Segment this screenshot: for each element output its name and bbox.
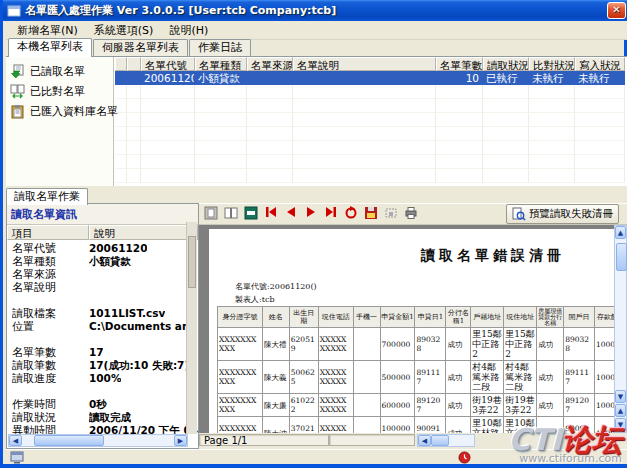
scroll-thumb[interactable] (188, 236, 196, 288)
sidebar-item[interactable]: 已讀取名單 (6, 61, 113, 81)
scroll-thumb[interactable] (34, 435, 104, 446)
report-column-header: 申貸日1 (415, 307, 446, 328)
info-row: 位置C:\Documents and Settings (7, 320, 198, 333)
scroll-thumb[interactable] (616, 243, 627, 271)
tab-local-list[interactable]: 本機名單列表 (8, 38, 92, 57)
menu-item-system-options[interactable]: 系統選項(S) (87, 22, 161, 39)
list-row-empty[interactable] (115, 169, 627, 183)
report-page: 讀取名單錯誤清冊 名單代號:20061120() 製表人:tcb 身分證字號姓名… (209, 229, 615, 433)
first-page-icon[interactable] (263, 205, 281, 223)
menu-item-help[interactable]: 說明(H) (162, 22, 215, 39)
list-column-header[interactable]: 寫入狀況 (575, 57, 625, 71)
report-cell: 890328 (564, 328, 595, 361)
list-row-empty[interactable] (115, 155, 627, 169)
list-column-header[interactable]: 名單說明 (293, 57, 436, 71)
list-column-header[interactable] (127, 57, 141, 71)
preview-vertical-scrollbar[interactable]: ▲ ▼ ▲ ▼ (614, 225, 627, 433)
scroll-down-icon[interactable]: ▼ (615, 390, 626, 403)
print-setup-icon[interactable] (383, 205, 401, 223)
list-row-empty[interactable] (115, 141, 627, 155)
report-cell: XXXXXXXXXX (318, 328, 353, 361)
import-db-icon (10, 104, 26, 119)
refresh-icon[interactable] (343, 205, 361, 223)
list-row-empty[interactable] (115, 99, 627, 113)
report-cell: 620519 (289, 328, 318, 361)
info-label: 名單筆數 (7, 346, 89, 359)
list-column-header[interactable]: 名單種類 (195, 57, 247, 71)
info-row (7, 333, 198, 346)
scroll-thumb[interactable] (431, 435, 449, 446)
info-row: 讀取狀況讀取完成 (7, 411, 198, 424)
report-cell: 100000 (595, 394, 615, 417)
report-cell: 成功 (446, 394, 471, 417)
page-down-icon[interactable]: ▼ (615, 418, 626, 431)
list-row-selected[interactable]: 20061120小額貸款10已執行未執行未執行 (115, 71, 627, 85)
report-cell: 600000 (380, 394, 415, 417)
info-horizontal-scrollbar[interactable]: ◀ ▶ (8, 434, 188, 447)
report-cell: 900919 (564, 417, 595, 434)
tab-job-log[interactable]: 作業日誌 (189, 39, 251, 56)
zoom-100-icon[interactable] (243, 205, 261, 223)
page-up-icon[interactable]: ▲ (615, 404, 626, 417)
info-row: 讀取筆數17(成功:10 失敗:7) (7, 359, 198, 372)
report-cell: 610222 (289, 394, 318, 417)
preview-fail-list-button[interactable]: 預覽讀取失敗清冊 (506, 204, 619, 224)
info-label: 名單說明 (7, 281, 89, 294)
info-vertical-scrollbar[interactable] (186, 222, 197, 434)
next-page-icon[interactable] (303, 205, 321, 223)
tab-read-list-job[interactable]: 讀取名單作業 (6, 188, 88, 205)
whole-page-icon[interactable] (203, 205, 221, 223)
read-info-panel: 讀取名單資訊 項目 說明 名單代號20061120名單種類小額貸款名單來源名單說… (6, 203, 199, 449)
list-column-header[interactable]: 名單代號 (141, 57, 195, 71)
report-cell: 500625 (289, 361, 318, 394)
scroll-left-icon[interactable]: ◀ (9, 435, 22, 446)
list-cell: 20061120 (141, 71, 195, 85)
list-row-empty[interactable] (115, 85, 627, 99)
report-cell: 370215 (289, 417, 318, 434)
report-cell: 700000 (380, 328, 415, 361)
report-cell: 成功 (446, 328, 471, 361)
report-cell: XXXXXXXXXX (218, 328, 263, 361)
prev-page-icon[interactable] (283, 205, 301, 223)
last-page-icon[interactable] (323, 205, 341, 223)
list-column-header[interactable]: 比對狀況 (529, 57, 575, 71)
info-label (7, 294, 89, 307)
info-row: 名單代號20061120 (7, 242, 198, 255)
menu-item-new-list[interactable]: 新增名單(N) (10, 22, 85, 39)
list-column-header[interactable] (115, 57, 127, 71)
alarm-clock-icon (458, 451, 471, 464)
sidebar-item[interactable]: 已匯入資料庫名單 (6, 101, 113, 121)
report-cell: XXXXXXXXXX (218, 394, 263, 417)
main-tabbar: 本機名單列表 伺服器名單列表 作業日誌 (6, 40, 627, 57)
list-column-header[interactable]: 讀取狀況 (483, 57, 529, 71)
compare-list-icon (10, 84, 26, 99)
list-column-header[interactable]: 名單筆數 (436, 57, 483, 71)
list-row-empty[interactable] (115, 127, 627, 141)
report-cell: 陳大廉 (262, 394, 289, 417)
preview-horizontal-scrollbar[interactable]: ◀ (417, 434, 475, 447)
report-cell: 成功 (446, 417, 471, 434)
titlebar[interactable]: 名單匯入處理作業 Ver 3.0.0.5 [User:tcb Company:t… (3, 0, 627, 21)
report-cell: 街19巷3弄22 (504, 394, 537, 417)
list-column-header[interactable]: 名單來源 (247, 57, 293, 71)
app-icon (7, 4, 21, 18)
info-row: 名單筆數17 (7, 346, 198, 359)
info-row (7, 385, 198, 398)
report-row: XXXXXXXXXX陳大沖370215XXXXXXXXXX10000009009… (218, 417, 616, 434)
report-header-row: 身分證字號姓名出生日期現住電話手機一申貸金額1申貸日1分行名稱1戶籍地址現住地址… (218, 307, 616, 328)
tab-server-list[interactable]: 伺服器名單列表 (93, 39, 188, 56)
info-label: 讀取筆數 (7, 359, 89, 372)
report-cell: 500000 (380, 361, 415, 394)
report-cell: 成功 (537, 394, 564, 417)
scroll-right-icon[interactable]: ▶ (174, 435, 187, 446)
report-column-header: 姓名 (262, 307, 289, 328)
close-button[interactable]: ✕ (607, 2, 626, 19)
sidebar-item[interactable]: 已比對名單 (6, 81, 113, 101)
scroll-left-icon[interactable]: ◀ (418, 435, 431, 446)
info-rows: 名單代號20061120名單種類小額貸款名單來源名單說明讀取檔案1011LIST… (7, 240, 198, 437)
export-icon[interactable] (363, 205, 381, 223)
scroll-up-icon[interactable]: ▲ (615, 226, 626, 239)
two-page-icon[interactable] (223, 205, 241, 223)
print-icon[interactable] (403, 205, 421, 223)
list-row-empty[interactable] (115, 113, 627, 127)
